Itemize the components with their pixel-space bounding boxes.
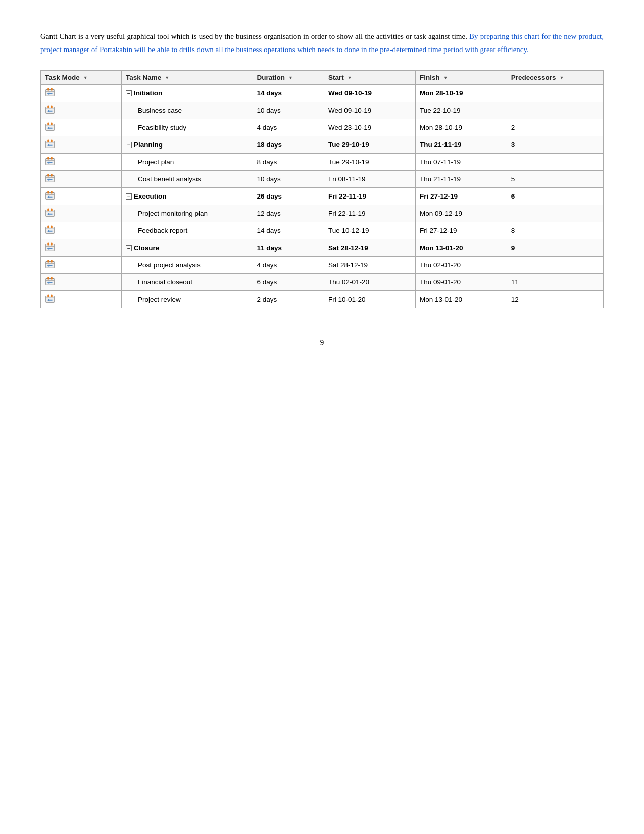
task-name-text: Planning bbox=[134, 141, 163, 149]
svg-rect-16 bbox=[46, 159, 54, 165]
finish-dropdown-icon[interactable]: ▼ bbox=[443, 75, 448, 80]
task-name-dropdown-icon[interactable]: ▼ bbox=[165, 75, 169, 80]
svg-rect-34 bbox=[47, 226, 49, 228]
duration-cell: 4 days bbox=[253, 257, 324, 274]
task-name-cell: − Planning bbox=[121, 136, 253, 154]
svg-rect-15 bbox=[51, 140, 53, 142]
svg-rect-14 bbox=[47, 140, 49, 142]
start-dropdown-icon[interactable]: ▼ bbox=[348, 75, 352, 80]
duration-cell: 12 days bbox=[253, 205, 324, 222]
task-mode-icon bbox=[45, 208, 55, 218]
svg-rect-51 bbox=[51, 295, 53, 297]
summary-label: − Initiation bbox=[126, 89, 249, 97]
collapse-icon[interactable]: − bbox=[126, 90, 132, 96]
start-cell: Sat 28-12-19 bbox=[324, 239, 416, 257]
task-name-text: Business case bbox=[126, 107, 182, 114]
collapse-icon[interactable]: − bbox=[126, 142, 132, 148]
duration-cell: 8 days bbox=[253, 154, 324, 171]
finish-cell: Mon 09-12-19 bbox=[415, 205, 507, 222]
svg-rect-4 bbox=[46, 107, 54, 114]
predecessors-cell: 6 bbox=[507, 188, 603, 205]
task-name-cell: Financial closeout bbox=[121, 274, 253, 291]
svg-rect-35 bbox=[51, 226, 53, 228]
task-mode-cell bbox=[41, 171, 122, 188]
table-row: − Planning 18 daysTue 29-10-19Thu 21-11-… bbox=[41, 136, 604, 154]
task-mode-cell bbox=[41, 102, 122, 119]
task-mode-cell bbox=[41, 239, 122, 257]
duration-cell: 14 days bbox=[253, 85, 324, 102]
svg-rect-24 bbox=[46, 193, 54, 200]
finish-cell: Fri 27-12-19 bbox=[415, 188, 507, 205]
svg-rect-20 bbox=[46, 176, 54, 182]
task-mode-icon bbox=[45, 105, 55, 115]
task-mode-dropdown-icon[interactable]: ▼ bbox=[83, 75, 88, 80]
duration-cell: 18 days bbox=[253, 136, 324, 154]
task-mode-cell bbox=[41, 136, 122, 154]
svg-rect-26 bbox=[47, 191, 49, 194]
summary-label: − Planning bbox=[126, 141, 249, 149]
svg-rect-11 bbox=[51, 123, 53, 125]
task-name-cell: − Initiation bbox=[121, 85, 253, 102]
task-mode-icon bbox=[45, 293, 55, 304]
predecessors-cell: 8 bbox=[507, 222, 603, 239]
start-cell: Thu 02-01-20 bbox=[324, 274, 416, 291]
task-name-cell: Project monitoring plan bbox=[121, 205, 253, 222]
task-mode-icon bbox=[45, 156, 55, 166]
summary-label: − Execution bbox=[126, 192, 249, 200]
svg-rect-7 bbox=[51, 106, 53, 108]
task-name-text: Closure bbox=[134, 244, 159, 252]
svg-rect-8 bbox=[46, 124, 54, 131]
start-cell: Wed 09-10-19 bbox=[324, 85, 416, 102]
col-header-task-name[interactable]: Task Name ▼ bbox=[121, 71, 253, 85]
task-name-cell: − Execution bbox=[121, 188, 253, 205]
predecessors-dropdown-icon[interactable]: ▼ bbox=[559, 75, 564, 80]
task-mode-icon bbox=[45, 87, 55, 97]
predecessors-cell: 5 bbox=[507, 171, 603, 188]
task-mode-icon bbox=[45, 225, 55, 235]
table-row: Business case10 daysWed 09-10-19Tue 22-1… bbox=[41, 102, 604, 119]
svg-rect-6 bbox=[47, 106, 49, 108]
table-row: Project monitoring plan12 daysFri 22-11-… bbox=[41, 205, 604, 222]
task-name-text: Project plan bbox=[126, 158, 174, 166]
svg-rect-32 bbox=[46, 227, 54, 234]
duration-cell: 11 days bbox=[253, 239, 324, 257]
intro-paragraph: Gantt Chart is a very useful graphical t… bbox=[40, 30, 604, 56]
finish-cell: Tue 22-10-19 bbox=[415, 102, 507, 119]
svg-rect-40 bbox=[46, 262, 54, 268]
task-name-text: Initiation bbox=[134, 89, 162, 97]
svg-rect-36 bbox=[46, 244, 54, 251]
finish-cell: Thu 21-11-19 bbox=[415, 136, 507, 154]
svg-rect-0 bbox=[46, 90, 54, 96]
predecessors-cell: 11 bbox=[507, 274, 603, 291]
task-name-cell: Feasibility study bbox=[121, 119, 253, 136]
table-row: Financial closeout6 daysThu 02-01-20Thu … bbox=[41, 274, 604, 291]
duration-dropdown-icon[interactable]: ▼ bbox=[288, 75, 293, 80]
svg-rect-46 bbox=[47, 277, 49, 280]
task-mode-cell bbox=[41, 222, 122, 239]
col-header-duration[interactable]: Duration ▼ bbox=[253, 71, 324, 85]
table-row: Feasibility study4 daysWed 23-10-19Mon 2… bbox=[41, 119, 604, 136]
task-name-cell: Project plan bbox=[121, 154, 253, 171]
col-header-predecessors[interactable]: Predecessors ▼ bbox=[507, 71, 603, 85]
table-row: − Closure 11 daysSat 28-12-19Mon 13-01-2… bbox=[41, 239, 604, 257]
start-cell: Tue 29-10-19 bbox=[324, 136, 416, 154]
duration-cell: 4 days bbox=[253, 119, 324, 136]
predecessors-cell: 12 bbox=[507, 291, 603, 308]
duration-cell: 10 days bbox=[253, 171, 324, 188]
col-header-finish[interactable]: Finish ▼ bbox=[415, 71, 507, 85]
predecessors-cell: 9 bbox=[507, 239, 603, 257]
table-row: Project review2 daysFri 10-01-20Mon 13-0… bbox=[41, 291, 604, 308]
collapse-icon[interactable]: − bbox=[126, 245, 132, 251]
collapse-icon[interactable]: − bbox=[126, 193, 132, 200]
predecessors-cell bbox=[507, 257, 603, 274]
task-name-text: Feasibility study bbox=[126, 124, 186, 131]
col-header-task-mode[interactable]: Task Mode ▼ bbox=[41, 71, 122, 85]
task-mode-icon bbox=[45, 276, 55, 286]
task-mode-cell bbox=[41, 85, 122, 102]
col-header-start[interactable]: Start ▼ bbox=[324, 71, 416, 85]
start-cell: Sat 28-12-19 bbox=[324, 257, 416, 274]
task-name-cell: Post project analysis bbox=[121, 257, 253, 274]
table-row: − Execution 26 daysFri 22-11-19Fri 27-12… bbox=[41, 188, 604, 205]
task-mode-icon bbox=[45, 259, 55, 269]
duration-cell: 6 days bbox=[253, 274, 324, 291]
